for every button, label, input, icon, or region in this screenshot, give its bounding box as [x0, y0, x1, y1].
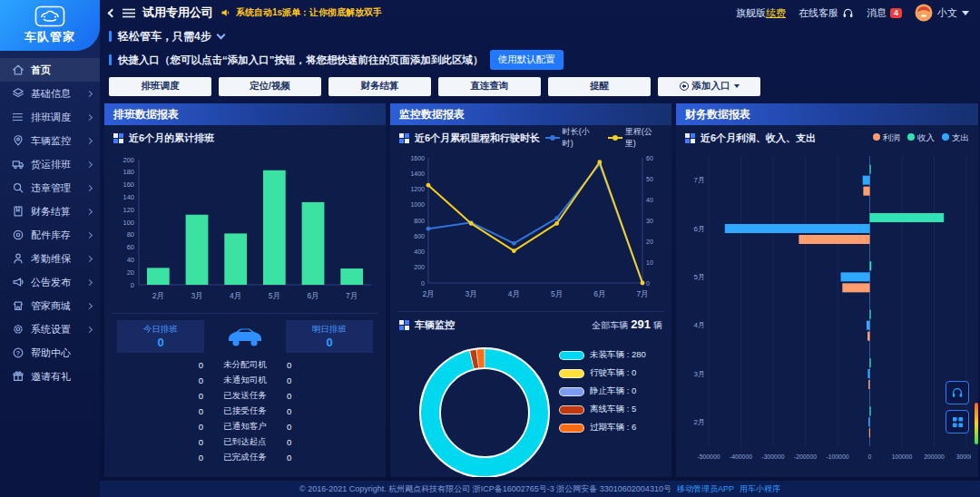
status-row: 0已发送任务0 [104, 388, 386, 404]
status-row: 0未通知司机0 [104, 373, 386, 388]
tomorrow-count: 0 [287, 406, 373, 416]
grid-icon [399, 320, 409, 330]
mini-program-link[interactable]: 用车小程序 [740, 483, 780, 495]
sidebar-item-11[interactable]: 系统设置 [0, 317, 100, 341]
quick-button-1[interactable]: 定位/视频 [219, 77, 321, 96]
quick-button-3[interactable]: 直连查询 [438, 77, 541, 96]
legend-item[interactable]: 里程(公里) [608, 126, 662, 150]
topbar: 试用专用公司 系统自动1s派单：让你彻底解放双手 旗舰版续费 在线客服 [100, 0, 980, 25]
sidebar-item-4[interactable]: 货运排班 [0, 152, 100, 176]
donut-legend-item[interactable]: 过期车辆 : 6 [559, 422, 646, 434]
svg-text:0: 0 [646, 280, 650, 287]
today-count: 0 [117, 406, 203, 416]
today-count: 0 [117, 360, 203, 370]
online-support[interactable]: 在线客服 [799, 6, 854, 20]
today-schedule-box[interactable]: 今日排班 0 [117, 320, 204, 353]
sidebar-item-5[interactable]: 违章管理 [0, 176, 100, 200]
announcement-text: 系统自动1s派单：让你彻底解放双手 [236, 6, 382, 19]
add-entry-button[interactable]: 添加入口 [658, 77, 760, 96]
line-chart-legend: 时长(小时)里程(公里) [545, 126, 662, 150]
fleet-dashboard: 车队管家 首页基础信息排班调度车辆监控货运排班违章管理财务结算配件库存考勤维保公… [0, 0, 980, 497]
speaker-icon [220, 7, 231, 18]
car-icon [224, 324, 266, 349]
legend-item[interactable]: 收入 [907, 132, 935, 144]
today-count: 0 [117, 422, 203, 432]
chevron-right-icon [86, 231, 93, 238]
sidebar-item-7[interactable]: 配件库存 [0, 223, 100, 247]
chevron-right-icon [86, 161, 93, 167]
today-count: 0 [117, 375, 203, 385]
svg-text:100: 100 [122, 219, 134, 227]
back-icon[interactable] [108, 8, 117, 17]
svg-text:7月: 7月 [346, 291, 358, 300]
quick-button-2[interactable]: 财务结算 [328, 77, 431, 96]
chevron-right-icon [86, 184, 93, 190]
schedule-chart-title-row: 近6个月的累计排班 [104, 127, 386, 149]
donut-legend-item[interactable]: 静止车辆 : 0 [559, 385, 646, 397]
chevron-right-icon [86, 113, 93, 120]
today-count: 0 [117, 453, 203, 463]
chevron-right-icon [86, 208, 93, 214]
car-logo-icon [34, 5, 65, 27]
sidebar-item-2[interactable]: 排班调度 [0, 105, 100, 129]
sidebar-item-13[interactable]: 邀请有礼 [0, 365, 100, 388]
sidebar: 车队管家 首页基础信息排班调度车辆监控货运排班违章管理财务结算配件库存考勤维保公… [0, 0, 100, 497]
quick-button-4[interactable]: 提醒 [548, 77, 651, 96]
finance-chart-title-row: 近6个月利润、收入、支出 利润收入支出 [676, 127, 978, 149]
user-menu[interactable]: 小文 [915, 4, 969, 22]
tomorrow-count: 0 [287, 391, 373, 401]
svg-text:0: 0 [421, 280, 425, 287]
donut-legend-item[interactable]: 未装车辆 : 280 [559, 349, 646, 361]
chevron-down-icon[interactable] [216, 30, 225, 39]
legend-item[interactable]: 利润 [873, 132, 900, 144]
mileage-line-chart: 0200400600800100012001400160001020304050… [390, 149, 671, 308]
svg-text:0: 0 [131, 281, 134, 289]
accent-bar [109, 31, 112, 42]
svg-text:4月: 4月 [508, 289, 520, 298]
megaphone-icon [11, 276, 24, 289]
sidebar-item-12[interactable]: ?帮助中心 [0, 341, 100, 365]
sidebar-item-label: 考勤维保 [31, 252, 87, 266]
quick-entry-bar: 快捷入口（您可以点击“添加入口”按钮，将您想快速前往的页面添加到此区域） 使用默… [100, 47, 980, 73]
svg-text:4月: 4月 [694, 321, 705, 329]
svg-text:?: ? [15, 350, 19, 356]
admin-app-link[interactable]: 移动管理员APP [677, 483, 734, 495]
subheader: 轻松管车，只需4步 [100, 25, 980, 47]
svg-text:7月: 7月 [694, 176, 705, 184]
svg-text:200: 200 [122, 156, 134, 164]
sidebar-item-label: 违章管理 [31, 181, 87, 195]
app-logo[interactable]: 车队管家 [0, 0, 100, 51]
sidebar-item-label: 货运排班 [31, 158, 87, 171]
svg-text:-200000: -200000 [794, 453, 817, 460]
sidebar-item-1[interactable]: 基础信息 [0, 82, 100, 105]
sidebar-item-0[interactable]: 首页 [0, 58, 100, 82]
sidebar-item-9[interactable]: 公告发布 [0, 270, 100, 294]
svg-text:2月: 2月 [694, 418, 705, 426]
renew-link[interactable]: 续费 [766, 7, 786, 18]
chevron-right-icon [86, 326, 93, 332]
donut-legend-item[interactable]: 离线车辆 : 5 [559, 404, 646, 415]
sidebar-item-label: 基础信息 [31, 87, 87, 101]
tomorrow-schedule-box[interactable]: 明日排班 0 [286, 320, 373, 353]
grid-icon [399, 133, 409, 143]
sidebar-item-label: 公告发布 [31, 276, 87, 289]
use-default-config-button[interactable]: 使用默认配置 [490, 50, 564, 70]
sidebar-item-8[interactable]: 考勤维保 [0, 247, 100, 270]
person-icon [11, 252, 24, 266]
support-float-button[interactable] [946, 381, 969, 404]
location-icon [11, 134, 24, 148]
menu-icon[interactable] [122, 8, 135, 18]
legend-item[interactable]: 时长(小时) [545, 126, 600, 150]
sidebar-item-10[interactable]: 管家商城 [0, 294, 100, 317]
sidebar-item-6[interactable]: 财务结算 [0, 200, 100, 223]
quick-button-0[interactable]: 排班调度 [109, 77, 211, 96]
company-name[interactable]: 试用专用公司 [142, 5, 213, 21]
messages[interactable]: 消息 4 [867, 6, 902, 20]
sidebar-item-3[interactable]: 车辆监控 [0, 129, 100, 152]
donut-legend-item[interactable]: 行驶车辆 : 0 [559, 367, 646, 379]
legend-item[interactable]: 支出 [942, 132, 969, 144]
sidebar-item-label: 首页 [31, 63, 92, 77]
today-count: 0 [117, 437, 203, 447]
truck-icon [11, 158, 24, 171]
layout-float-button[interactable] [946, 410, 969, 434]
